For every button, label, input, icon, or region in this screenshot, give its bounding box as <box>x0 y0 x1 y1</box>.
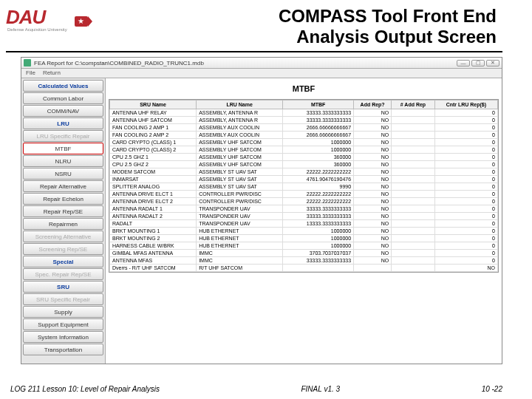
col-header[interactable]: Cntr LRU Rep($) <box>434 100 497 109</box>
col-header[interactable]: MTBF <box>283 100 354 109</box>
cell: HUB ETHERNET <box>197 235 283 242</box>
table-row[interactable]: ANTENNA RADALT 1TRANSPONDER UAV33333.333… <box>110 205 498 213</box>
col-header[interactable]: SRU Name <box>110 100 197 109</box>
cell: NO <box>354 176 392 183</box>
table-row[interactable]: CPU 2.5 GHZ 1ASSEMBLY UHF SATCOM360000NO… <box>110 154 498 161</box>
cell: 0 <box>434 242 497 250</box>
sidebar-item-support-equipment[interactable]: Support Equipment <box>23 318 103 330</box>
sidebar-item-repair-rep-se[interactable]: Repair Rep/SE <box>23 205 103 217</box>
table-row[interactable]: BRKT MOUNTING 1HUB ETHERNET1000000NO0 <box>110 228 498 235</box>
cell: CARD CRYPTO (CLASS) 1 <box>110 139 197 146</box>
cell: ASSEMBLY ST UAV SAT <box>197 176 283 183</box>
footer-right: 10 -22 <box>482 385 502 393</box>
table-row[interactable]: BRKT MOUNTING 2HUB ETHERNET1000000NO0 <box>110 235 498 242</box>
sidebar-item-repairmen[interactable]: Repairmen <box>23 218 103 230</box>
cell: 1000000 <box>283 146 354 154</box>
maximize-button[interactable]: ▢ <box>471 60 485 66</box>
cell: NO <box>354 154 392 161</box>
close-button[interactable]: ✕ <box>486 60 499 66</box>
table-row[interactable]: SPLITTER ANALOGASSEMBLY ST UAV SAT9990NO… <box>110 183 498 191</box>
cell <box>392 198 435 205</box>
cell: 0 <box>434 205 497 213</box>
cell <box>392 109 435 117</box>
sidebar-item-repair-alternative[interactable]: Repair Alternative <box>23 180 103 192</box>
cell: BRKT MOUNTING 1 <box>110 228 197 235</box>
main-panel: MTBF SRU NameLRU NameMTBFAdd Rep?# Add R… <box>106 78 502 364</box>
sidebar-item-lru[interactable]: LRU <box>23 117 103 129</box>
table-row[interactable]: ANTENNA DRIVE ELCT 1CONTROLLER PWR/DISC2… <box>110 191 498 198</box>
col-header[interactable]: LRU Name <box>197 100 283 109</box>
sidebar-item-supply[interactable]: Supply <box>23 306 103 318</box>
cell: NO <box>354 117 392 124</box>
logo-subtext: Defense Acquisition University <box>7 27 67 32</box>
cell: ASSEMBLY ST UAV SAT <box>197 183 283 191</box>
sidebar-item-nsru[interactable]: NSRU <box>23 168 103 180</box>
cell: 0 <box>434 109 497 117</box>
table-row[interactable]: GIMBAL MFAS ANTENNAIMMC3703.7037037037NO… <box>110 250 498 257</box>
sidebar-item-special[interactable]: Special <box>23 256 103 267</box>
table-row[interactable]: ANTENNA UHF RELAYASSEMBLY, ANTENNA R3333… <box>110 109 498 117</box>
table-row[interactable]: HARNESS CABLE W/BRKHUB ETHERNET1000000NO… <box>110 242 498 250</box>
cell: ASSEMBLY ST UAV SAT <box>197 168 283 176</box>
table-row[interactable]: ANTENNA RADALT 2TRANSPONDER UAV33333.333… <box>110 213 498 220</box>
cell: ASSEMBLY, ANTENNA R <box>197 117 283 124</box>
col-header[interactable]: Add Rep? <box>354 100 392 109</box>
cell: MODEM SATCOM <box>110 168 197 176</box>
cell: 4761.90476190476 <box>283 176 354 183</box>
sidebar-item-transportation[interactable]: Transportation <box>23 344 103 355</box>
sidebar-item-common-labor[interactable]: Common Labor <box>23 92 103 104</box>
table-row[interactable]: FAN COOLING 2 AMP 1ASSEMBLY AUX COOLIN26… <box>110 124 498 132</box>
table-row[interactable]: ANTENNA DRIVE ELCT 2CONTROLLER PWR/DISC2… <box>110 198 498 205</box>
cell: 3703.7037037037 <box>283 250 354 257</box>
sidebar-item-screening-rep-se[interactable]: Screening Rep/SE <box>23 243 103 255</box>
table-row[interactable]: CARD CRYPTO (CLASS) 2ASSEMBLY UHF SATCOM… <box>110 146 498 154</box>
table-row[interactable]: FAN COOLING 2 AMP 2ASSEMBLY AUX COOLIN26… <box>110 132 498 139</box>
cell: ANTENNA UHF RELAY <box>110 109 197 117</box>
cell: 0 <box>434 176 497 183</box>
menu-file[interactable]: File <box>26 69 35 77</box>
table-row[interactable]: Dverrs - R/T UHF SATCOMR/T UHF SATCOMNO <box>110 265 498 272</box>
cell: 0 <box>434 161 497 168</box>
col-header[interactable]: # Add Rep <box>392 100 435 109</box>
footer-center: FINAL v1. 3 <box>160 385 482 393</box>
sidebar-item-comm-nav[interactable]: COMM/NAV <box>23 105 103 117</box>
cell <box>392 124 435 132</box>
menu-return[interactable]: Return <box>43 69 61 77</box>
cell: 0 <box>434 154 497 161</box>
sidebar-item-nlru[interactable]: NLRU <box>23 155 103 167</box>
sidebar-item-repair-echelon[interactable]: Repair Echelon <box>23 193 103 205</box>
sidebar-item-screening-alternative[interactable]: Screening Alternative <box>23 231 103 242</box>
cell <box>392 235 435 242</box>
table-row[interactable]: CPU 2.5 GHZ 2ASSEMBLY UHF SATCOM360000NO… <box>110 161 498 168</box>
table-row[interactable]: INMARSATASSEMBLY ST UAV SAT4761.90476190… <box>110 176 498 183</box>
cell: BRKT MOUNTING 2 <box>110 235 197 242</box>
cell: IMMC <box>197 250 283 257</box>
sidebar-item-calculated-values[interactable]: Calculated Values <box>23 80 103 92</box>
table-row[interactable]: ANTENNA MFASIMMC33333.3333333333NO0 <box>110 257 498 265</box>
cell <box>392 154 435 161</box>
table-row[interactable]: ANTENNA UHF SATCOMASSEMBLY, ANTENNA R333… <box>110 117 498 124</box>
cell: 33333.3333333333 <box>283 205 354 213</box>
cell: ASSEMBLY UHF SATCOM <box>197 139 283 146</box>
sidebar-item-mtbf[interactable]: MTBF <box>23 143 103 154</box>
cell: NO <box>354 168 392 176</box>
table-row[interactable]: MODEM SATCOMASSEMBLY ST UAV SAT22222.222… <box>110 168 498 176</box>
sidebar-item-system-information[interactable]: System Information <box>23 331 103 343</box>
sidebar-item-sru-specific-repair[interactable]: SRU Specific Repair <box>23 293 103 305</box>
slide-footer: LOG 211 Lesson 10: Level of Repair Analy… <box>0 385 532 393</box>
minimize-button[interactable]: — <box>457 60 470 66</box>
cell: NO <box>354 228 392 235</box>
cell: 1000000 <box>283 235 354 242</box>
cell: CONTROLLER PWR/DISC <box>197 198 283 205</box>
cell: Dverrs - R/T UHF SATCOM <box>110 265 197 272</box>
cell: 0 <box>434 117 497 124</box>
cell: FAN COOLING 2 AMP 1 <box>110 124 197 132</box>
table-row[interactable]: CARD CRYPTO (CLASS) 1ASSEMBLY UHF SATCOM… <box>110 139 498 146</box>
sidebar-item-spec-repair-rep-se[interactable]: Spec. Repair Rep/SE <box>23 268 103 280</box>
sidebar-item-sru[interactable]: SRU <box>23 281 103 293</box>
cell <box>392 168 435 176</box>
table-row[interactable]: RADALTTRANSPONDER UAV13333.3333333333NO0 <box>110 220 498 228</box>
sidebar-item-lru-specific-repair[interactable]: LRU Specific Repair <box>23 130 103 142</box>
cell <box>392 228 435 235</box>
cell: RADALT <box>110 220 197 228</box>
